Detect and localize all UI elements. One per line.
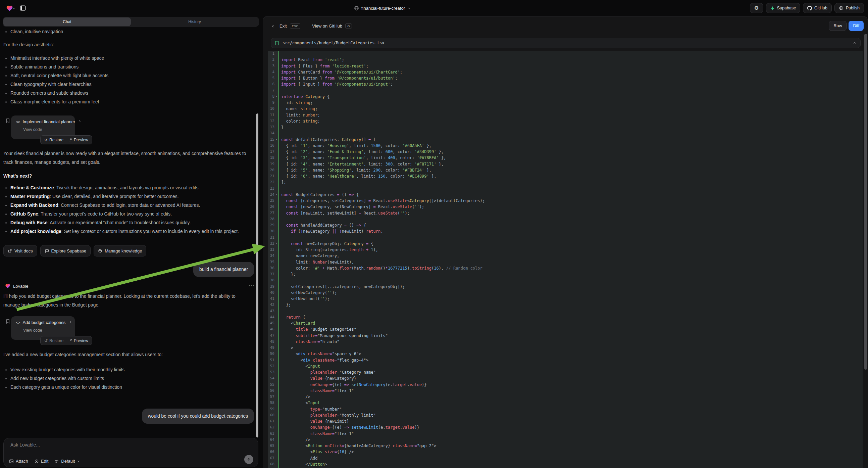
line-number: 36	[268, 265, 275, 271]
code-line-text: placeholder="Category name"	[281, 369, 376, 375]
mode-label: Default	[61, 459, 75, 464]
chevron-right-icon	[68, 320, 72, 325]
fold-chevron-icon[interactable]	[275, 138, 278, 141]
chat-input[interactable]	[10, 442, 212, 447]
code-line: 49 >	[268, 345, 863, 351]
restore-button[interactable]: ↺Restore	[44, 138, 63, 142]
chip-manage-knowledge[interactable]: Manage knowledge	[94, 245, 146, 257]
code-line: 2import React from 'react';	[268, 57, 863, 63]
line-number: 27	[268, 210, 275, 216]
collapse-file-button[interactable]	[852, 41, 857, 45]
bullet-dot	[5, 187, 7, 189]
bookmark-icon	[5, 118, 10, 123]
send-button[interactable]	[244, 455, 253, 464]
view-on-github-link[interactable]: View on GitHub	[312, 24, 342, 29]
code-line: 28	[268, 216, 863, 222]
line-number: 20	[268, 167, 275, 173]
file-added-icon	[275, 40, 279, 46]
code-line: 54 value={newCategory}	[268, 375, 863, 381]
line-number: 9	[268, 100, 275, 106]
line-number: 65	[268, 443, 275, 449]
code-line-text: value={newLimit}	[281, 418, 349, 425]
bullet-dot	[5, 101, 7, 103]
raw-toggle-button[interactable]: Raw	[829, 21, 846, 31]
attach-button[interactable]: Attach	[9, 459, 28, 464]
bullet-dot	[5, 222, 7, 224]
code-line: 5import { Button } from '@/components/ui…	[268, 75, 863, 81]
line-number: 44	[268, 314, 275, 320]
code-line: 4import ChartCard from '@/components/ui/…	[268, 69, 863, 75]
diff-toggle-button[interactable]: Diff	[848, 21, 864, 31]
publish-button[interactable]: Publish	[834, 3, 864, 13]
chip-explore-supabase[interactable]: Explore Supabase	[40, 245, 91, 257]
line-number: 49	[268, 345, 275, 351]
code-line-text: <Plus size={16} />	[281, 449, 354, 455]
line-number: 41	[268, 296, 275, 302]
code-line: 27 const [newLimit, setNewLimit] = React…	[268, 210, 863, 216]
bullet-dot	[5, 66, 7, 68]
settings-button[interactable]: ⚙	[750, 3, 763, 13]
user-message-bubble: would be cool if you could add budget ca…	[142, 409, 254, 424]
bookmark-icon[interactable]	[5, 118, 10, 124]
fold-chevron-icon[interactable]	[275, 224, 278, 226]
restore-icon: ↺	[44, 138, 48, 142]
code-line: 33 id: String(categories.length + 1),	[268, 247, 863, 253]
code-line-text: { id: '3', name: 'Transportation', limit…	[281, 155, 446, 161]
code-line: 12 color: string;	[268, 118, 863, 124]
chip-visit-docs[interactable]: Visit docs	[3, 245, 37, 257]
chevron-up-icon	[852, 41, 857, 45]
chip-label: Manage knowledge	[105, 248, 142, 254]
code-line-text: </Button>	[281, 461, 327, 467]
code-line: 60 placeholder="Monthly limit"	[268, 412, 863, 418]
preview-button[interactable]: Preview	[68, 138, 88, 142]
restore-button[interactable]: ↺Restore	[44, 339, 63, 343]
panel-left-icon	[20, 5, 26, 11]
tab-history[interactable]: History	[131, 18, 258, 26]
fold-chevron-icon[interactable]	[275, 193, 278, 196]
exit-label[interactable]: Exit	[279, 24, 287, 29]
line-number: 19	[268, 161, 275, 167]
bookmark-icon[interactable]	[5, 319, 10, 325]
list-item: Master Prompting: Use clear, detailed, a…	[3, 193, 257, 201]
list-item: Expand with Backend: Connect Supabase to…	[3, 201, 257, 210]
line-number: 59	[268, 406, 275, 412]
github-button[interactable]: GitHub	[803, 3, 832, 13]
supabase-button[interactable]: Supabase	[766, 3, 800, 13]
code-line-text: limit: Number(newLimit),	[281, 259, 354, 265]
lovable-logo-menu[interactable]: ▾	[5, 3, 16, 13]
chevron-down-icon	[275, 138, 278, 141]
line-number: 3	[268, 63, 275, 69]
chat-scrollbar[interactable]	[256, 114, 258, 437]
toggle-sidebar-button[interactable]	[18, 3, 28, 13]
line-number: 17	[268, 149, 275, 155]
code-line-text: setCategories([...categories, newCategor…	[281, 284, 405, 290]
code-line-text: name: string;	[281, 106, 317, 112]
view-code-link[interactable]: View code	[23, 127, 71, 132]
preview-button[interactable]: Preview	[68, 339, 88, 343]
bullet-list: View existing budget categories with the…	[3, 365, 260, 392]
list-item: GitHub Sync: Transfer your project's cod…	[3, 210, 257, 218]
edit-button[interactable]: Edit	[34, 459, 48, 464]
exit-button[interactable]	[270, 23, 276, 30]
code-editor[interactable]: 12import React from 'react';3import { Pl…	[268, 51, 863, 468]
line-number: 40	[268, 290, 275, 296]
line-number: 21	[268, 173, 275, 179]
bullet-dot	[5, 231, 7, 232]
fold-chevron-icon[interactable]	[275, 242, 278, 245]
file-header[interactable]: src/components/budget/BudgetCategories.t…	[271, 38, 861, 48]
code-line-text: const defaultCategories: Category[] = [	[281, 137, 376, 143]
code-line-text: const newCategoryObj: Category = {	[281, 241, 373, 247]
lovable-app: ▾ financial-future-creator ⚙ Supaba	[0, 0, 868, 468]
chat-transcript[interactable]: Clean, intuitive navigationFor the desig…	[0, 28, 260, 435]
view-code-link[interactable]: View code	[23, 328, 71, 333]
line-number: 28	[268, 216, 275, 222]
tab-chat[interactable]: Chat	[3, 18, 131, 26]
project-switcher[interactable]: financial-future-creator	[354, 0, 411, 16]
code-line-text: <div className="flex gap-4">	[281, 357, 368, 363]
code-scrollbar[interactable]	[864, 34, 867, 370]
message-menu-button[interactable]: ···	[249, 282, 255, 288]
chat-composer: Attach Edit Default	[3, 438, 258, 467]
mode-select[interactable]: Default	[54, 459, 80, 464]
fold-chevron-icon[interactable]	[275, 95, 278, 98]
line-number: 39	[268, 284, 275, 290]
